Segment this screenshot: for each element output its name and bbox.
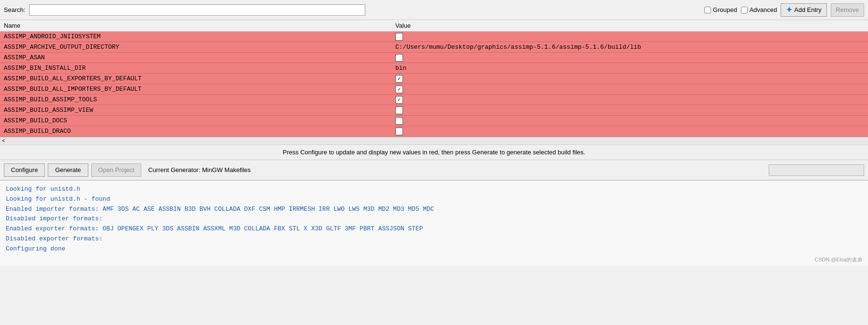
add-entry-button[interactable]: ✦ Add Entry <box>781 3 826 17</box>
bottom-toolbar: Configure Generate Open Project Current … <box>0 160 868 180</box>
cell-value <box>392 95 868 105</box>
generate-button[interactable]: Generate <box>48 163 88 177</box>
open-project-button[interactable]: Open Project <box>91 163 142 177</box>
value-checkbox[interactable] <box>395 96 403 104</box>
value-checkbox[interactable] <box>395 54 403 62</box>
table-row[interactable]: ASSIMP_BUILD_ASSIMP_VIEW <box>0 105 868 116</box>
log-line: Configuring done <box>6 244 862 254</box>
log-line: Enabled exporter formats: OBJ OPENGEX PL… <box>6 224 862 234</box>
cell-value <box>392 32 868 42</box>
advanced-checkbox-group: Advanced <box>741 6 777 13</box>
table-row[interactable]: ASSIMP_BUILD_ALL_EXPORTERS_BY_DEFAULT <box>0 74 868 84</box>
cell-name: ASSIMP_BUILD_ALL_IMPORTERS_BY_DEFAULT <box>0 85 392 94</box>
table-row[interactable]: ASSIMP_BUILD_ALL_IMPORTERS_BY_DEFAULT <box>0 84 868 95</box>
table-row[interactable]: ASSIMP_BUILD_ASSIMP_TOOLS <box>0 95 868 105</box>
cell-value: bin <box>392 64 868 73</box>
cell-name: ASSIMP_BUILD_ASSIMP_TOOLS <box>0 95 392 104</box>
cell-value <box>392 53 868 63</box>
cell-value: C:/Users/mumu/Desktop/graphics/assimp-5.… <box>392 43 868 52</box>
cell-value <box>392 106 868 115</box>
value-checkbox[interactable] <box>395 86 403 93</box>
cell-name: ASSIMP_ASAN <box>0 53 392 62</box>
col-name-header: Name <box>4 22 395 29</box>
table-container: Name Value ASSIMP_ANDROID_JNIIOSYSTEMASS… <box>0 20 868 137</box>
cell-value <box>392 85 868 94</box>
table-row[interactable]: ASSIMP_ARCHIVE_OUTPUT_DIRECTORYC:/Users/… <box>0 42 868 53</box>
value-checkbox[interactable] <box>395 33 403 41</box>
cell-value <box>392 127 868 136</box>
grouped-checkbox-group: Grouped <box>704 6 737 13</box>
table-row[interactable]: ASSIMP_ANDROID_JNIIOSYSTEM <box>0 32 868 42</box>
cell-name: ASSIMP_ARCHIVE_OUTPUT_DIRECTORY <box>0 43 392 52</box>
value-checkbox[interactable] <box>395 128 403 135</box>
cell-name: ASSIMP_BUILD_ALL_EXPORTERS_BY_DEFAULT <box>0 74 392 83</box>
advanced-checkbox[interactable] <box>741 7 748 13</box>
log-line: Disabled importer formats: <box>6 214 862 224</box>
table-row[interactable]: ASSIMP_BUILD_DRACO <box>0 126 868 137</box>
table-body: ASSIMP_ANDROID_JNIIOSYSTEMASSIMP_ARCHIVE… <box>0 32 868 137</box>
remove-button[interactable]: Remove <box>831 3 864 17</box>
search-input[interactable] <box>29 4 365 16</box>
advanced-label: Advanced <box>750 6 777 13</box>
cell-value <box>392 116 868 126</box>
plus-icon: ✦ <box>786 5 792 14</box>
table-row[interactable]: ASSIMP_BUILD_DOCS <box>0 116 868 126</box>
value-checkbox[interactable] <box>395 107 403 114</box>
col-value-header: Value <box>395 22 864 29</box>
table-row[interactable]: ASSIMP_ASAN <box>0 53 868 63</box>
log-line: Enabled importer formats: AMF 3DS AC ASE… <box>6 205 862 215</box>
search-label: Search: <box>4 6 25 13</box>
value-checkbox[interactable] <box>395 117 403 125</box>
info-bar: Press Configure to update and display ne… <box>0 145 868 160</box>
horizontal-scrollbar[interactable]: < <box>0 137 868 145</box>
scroll-indicator: < <box>2 138 5 144</box>
log-line: Disabled exporter formats: <box>6 234 862 244</box>
watermark: CSDN @Elsa的迷弟 <box>815 256 862 264</box>
top-toolbar: Search: Grouped Advanced ✦ Add Entry Rem… <box>0 0 868 20</box>
table-row[interactable]: ASSIMP_BIN_INSTALL_DIRbin <box>0 63 868 74</box>
cell-name: ASSIMP_ANDROID_JNIIOSYSTEM <box>0 32 392 41</box>
table-header: Name Value <box>0 20 868 32</box>
cell-name: ASSIMP_BIN_INSTALL_DIR <box>0 64 392 73</box>
grouped-checkbox[interactable] <box>704 7 711 13</box>
cell-value <box>392 74 868 84</box>
cell-name: ASSIMP_BUILD_DOCS <box>0 116 392 125</box>
cell-name: ASSIMP_BUILD_DRACO <box>0 127 392 136</box>
cell-name: ASSIMP_BUILD_ASSIMP_VIEW <box>0 106 392 115</box>
generator-label: Current Generator: MinGW Makefiles <box>148 166 251 173</box>
log-area: Looking for unistd.hLooking for unistd.h… <box>0 180 868 266</box>
value-checkbox[interactable] <box>395 75 403 83</box>
log-line: Looking for unistd.h - found <box>6 195 862 205</box>
grouped-label: Grouped <box>713 6 737 13</box>
bottom-search-input[interactable] <box>769 164 864 176</box>
configure-button[interactable]: Configure <box>4 163 45 177</box>
log-line: Looking for unistd.h <box>6 184 862 195</box>
